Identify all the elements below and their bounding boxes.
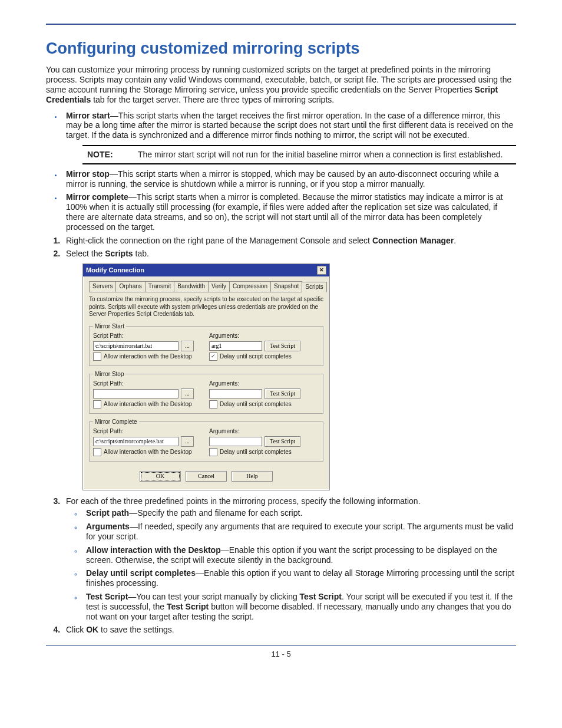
bullet-mirror-start: Mirror start—This script starts when the… [62,111,516,164]
ms-allow-label: Allow interaction with the Desktop [104,353,192,360]
ms-delay-checkbox[interactable]: ✓ [209,353,217,361]
mirror-start-label: Mirror start [66,111,110,120]
note-box: NOTE: The mirror start script will not r… [82,145,516,164]
mstop-arguments-label: Arguments: [209,380,319,387]
step4-c: to save the settings. [98,625,174,634]
arg-l: Arguments [86,522,130,531]
ms-script-path-input[interactable] [93,341,178,351]
ms-arguments-label: Arguments: [209,332,319,340]
step2-a: Select the [66,249,105,258]
tab-scripts[interactable]: Scripts [302,282,327,292]
group-mirror-start-legend: Mirror Start [93,323,126,330]
step-2: Select the Scripts tab. Modify Connectio… [62,249,516,490]
mstop-allow-checkbox[interactable] [93,400,101,409]
intro-text-b: tab for the target server. There are thr… [91,95,334,104]
ms-test-script-button[interactable]: Test Script [265,341,300,351]
ts-l: Test Script [86,592,128,601]
mc-allow-checkbox[interactable] [93,448,101,456]
ms-browse-button[interactable]: ... [181,341,194,351]
dialog-body: Servers Orphans Transmit Bandwidth Verif… [83,276,329,490]
mstop-arguments-input[interactable] [209,389,262,398]
step1-c: . [454,236,456,245]
step1-a: Right-click the connection on the right … [66,236,372,245]
mc-browse-button[interactable]: ... [181,436,194,447]
dialog-button-row: OK Cancel Help [89,466,323,484]
step-1: Right-click the connection on the right … [62,236,516,246]
mirror-stop-label: Mirror stop [66,169,110,179]
dialog-titlebar: Modify Connection ✕ [83,264,329,276]
tab-servers[interactable]: Servers [89,281,116,292]
mstop-test-script-button[interactable]: Test Script [265,388,300,399]
dialog-screenshot: Modify Connection ✕ Servers Orphans Tran… [82,263,516,490]
group-mirror-complete: Mirror Complete Script Path: ... [89,419,323,462]
cancel-button[interactable]: Cancel [186,471,227,482]
top-rule [46,24,516,25]
step2-b: Scripts [105,249,133,258]
del-l: Delay until script completes [86,568,196,578]
tab-snapshot[interactable]: Snapshot [270,281,302,292]
ts-d: Test Script [167,602,209,611]
step2-c: tab. [133,249,149,258]
tab-transmit[interactable]: Transmit [145,281,175,292]
bottom-rule [46,645,516,646]
close-icon[interactable]: ✕ [317,266,326,275]
help-button[interactable]: Help [232,471,273,482]
sub-script-path: Script path—Specify the path and filenam… [82,508,516,518]
page-number: 11 - 5 [46,650,516,659]
mirror-start-text: —This script starts when the target rece… [66,111,513,140]
mc-script-path-input[interactable] [93,437,178,446]
mirror-complete-label: Mirror complete [66,192,128,202]
ok-button[interactable]: OK [140,471,181,482]
mc-delay-checkbox[interactable] [209,448,217,456]
sub-delay: Delay until script completes—Enable this… [82,568,516,588]
dialog-title-text: Modify Connection [86,266,144,274]
dialog-tabstrip: Servers Orphans Transmit Bandwidth Verif… [89,281,323,292]
group-mirror-stop-legend: Mirror Stop [93,371,125,378]
ts-a: —You can test your script manually by cl… [128,592,299,601]
step-3: For each of the three predefined points … [62,496,516,622]
mc-test-script-button[interactable]: Test Script [265,436,300,447]
mstop-script-path-input[interactable] [93,389,178,398]
mstop-delay-checkbox[interactable] [209,400,217,409]
ms-allow-checkbox[interactable] [93,353,101,361]
page-title: Configuring customized mirroring scripts [46,39,516,58]
note-label: NOTE: [82,146,133,164]
bullet-mirror-stop: Mirror stop—This script starts when a mi… [62,169,516,189]
group-mirror-complete-legend: Mirror Complete [93,419,139,426]
step4-a: Click [66,625,86,634]
sub-arguments: Arguments—If needed, specify any argumen… [82,522,516,542]
sub-test-script: Test Script—You can test your script man… [82,592,516,621]
ts-b: Test Script [300,592,342,601]
mstop-script-path-label: Script Path: [93,380,203,387]
arg-t: —If needed, specify any arguments that a… [86,522,514,541]
sp-l: Script path [86,508,129,518]
mstop-browse-button[interactable]: ... [181,388,194,399]
mc-allow-label: Allow interaction with the Desktop [104,449,192,456]
step-4: Click OK to save the settings. [62,625,516,635]
mstop-allow-label: Allow interaction with the Desktop [104,401,192,408]
sub-allow-interaction: Allow interaction with the Desktop—Enabl… [82,545,516,565]
mc-arguments-label: Arguments: [209,428,319,435]
mirror-stop-text: —This script starts when a mirror is sto… [66,169,499,189]
bullet-list-1: Mirror start—This script starts when the… [46,111,516,232]
dialog-description: To customize the mirroring process, spec… [89,296,323,318]
step3-text: For each of the three predefined points … [66,496,421,506]
tab-verify[interactable]: Verify [208,281,230,292]
tab-orphans[interactable]: Orphans [115,281,145,292]
group-mirror-stop: Mirror Stop Script Path: ... Al [89,371,323,414]
ms-delay-label: Delay until script completes [220,353,292,360]
mirror-complete-text: —This script starts when a mirror is com… [66,192,503,231]
steps-list: Right-click the connection on the right … [46,236,516,635]
mc-arguments-input[interactable] [209,437,262,446]
ms-script-path-label: Script Path: [93,332,203,340]
tab-compression[interactable]: Compression [229,281,271,292]
mc-script-path-label: Script Path: [93,428,203,435]
intro-paragraph: You can customize your mirroring process… [46,65,516,104]
ms-arguments-input[interactable] [209,341,262,351]
bullet-mirror-complete: Mirror complete—This script starts when … [62,192,516,232]
modify-connection-dialog: Modify Connection ✕ Servers Orphans Tran… [82,263,330,490]
mc-delay-label: Delay until script completes [220,449,292,456]
step3-sublist: Script path—Specify the path and filenam… [66,508,516,621]
note-text: The mirror start script will not run for… [133,146,516,164]
tab-bandwidth[interactable]: Bandwidth [174,281,209,292]
